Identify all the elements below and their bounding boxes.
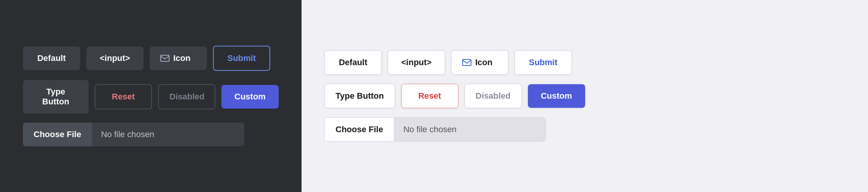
light-type-button[interactable]: Type Button	[324, 84, 395, 108]
light-row-2: Type Button Reset Disabled Custom	[324, 84, 845, 108]
light-choose-file-button[interactable]: Choose File	[325, 118, 394, 141]
dark-file-input: Choose File No file chosen	[23, 123, 244, 146]
mail-icon-light	[462, 59, 471, 66]
light-reset-button[interactable]: Reset	[401, 84, 458, 108]
svg-rect-0	[161, 55, 169, 61]
dark-no-file-label: No file chosen	[92, 123, 163, 146]
light-panel: Default <input> Icon Submit Type Button …	[302, 0, 868, 192]
mail-icon	[160, 55, 169, 62]
light-icon-button[interactable]: Icon	[451, 50, 508, 75]
dark-input-button[interactable]: <input>	[86, 46, 144, 70]
dark-default-button[interactable]: Default	[23, 46, 80, 70]
light-file-input: Choose File No file chosen	[324, 117, 546, 142]
light-submit-button[interactable]: Submit	[515, 50, 572, 75]
dark-submit-button[interactable]: Submit	[213, 46, 270, 71]
light-no-file-label: No file chosen	[394, 118, 466, 141]
light-row-3: Choose File No file chosen	[324, 117, 845, 142]
svg-rect-1	[463, 59, 471, 66]
light-input-button[interactable]: <input>	[388, 50, 445, 75]
light-row-1: Default <input> Icon Submit	[324, 50, 845, 75]
dark-custom-button[interactable]: Custom	[221, 85, 279, 109]
dark-row-1: Default <input> Icon Submit	[23, 46, 279, 71]
dark-row-3: Choose File No file chosen	[23, 123, 279, 146]
dark-choose-file-button[interactable]: Choose File	[23, 123, 92, 146]
light-custom-button[interactable]: Custom	[528, 84, 585, 108]
dark-type-button[interactable]: Type Button	[23, 80, 89, 114]
dark-disabled-button: Disabled	[158, 84, 215, 109]
light-default-button[interactable]: Default	[324, 50, 382, 75]
dark-icon-button[interactable]: Icon	[150, 46, 207, 70]
dark-reset-button[interactable]: Reset	[95, 84, 152, 109]
dark-panel: Default <input> Icon Submit Type Button …	[0, 0, 302, 192]
light-disabled-button: Disabled	[465, 84, 522, 108]
dark-row-2: Type Button Reset Disabled Custom	[23, 80, 279, 114]
